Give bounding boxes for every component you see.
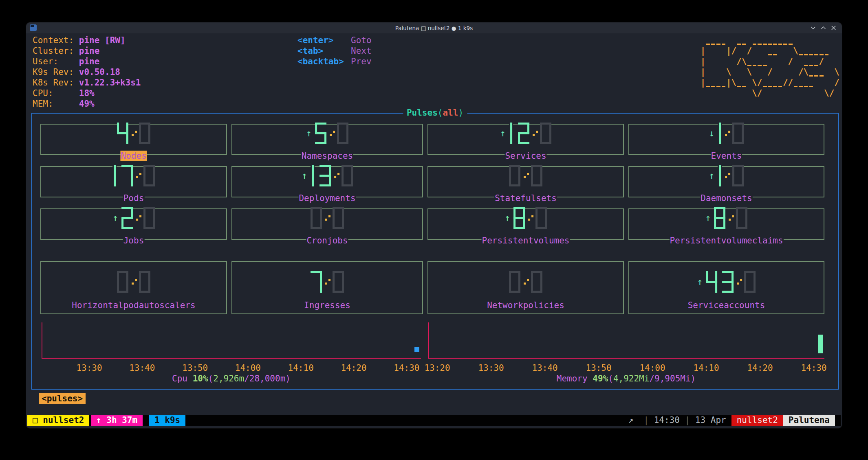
- gauge-dots: [325, 215, 330, 221]
- pulse-cell-statefulsets[interactable]: Statefulsets: [427, 166, 624, 197]
- pulse-cell-networkpolicies[interactable]: Networkpolicies: [427, 261, 624, 314]
- trend-up-icon: ↑: [504, 213, 510, 223]
- memory-chart-tick: 14:30: [801, 363, 826, 373]
- pulse-cell-services[interactable]: Services↑: [427, 124, 624, 155]
- seven-seg-digit: [333, 271, 344, 293]
- key-hint: <tab>Next: [297, 46, 372, 56]
- gauge-dots: [334, 173, 339, 178]
- gauge-dots: [136, 173, 141, 178]
- memory-chart-tick: 13:50: [586, 363, 611, 373]
- seven-seg-digit: [139, 271, 150, 293]
- tmux-window-badge[interactable]: 1 k9s: [149, 415, 185, 426]
- cluster-info-row: Cluster: pine: [33, 46, 99, 56]
- trend-up-icon: ↑: [302, 171, 307, 180]
- seven-seg-digit: [315, 123, 326, 144]
- seven-seg-digit: [535, 207, 547, 229]
- seven-seg-digit: [143, 165, 155, 186]
- gauge-dots: [533, 131, 538, 136]
- seven-seg-digit: [117, 271, 128, 293]
- pulse-cell-serviceaccounts[interactable]: Serviceaccounts↑: [628, 261, 824, 314]
- seven-seg-digit: [513, 207, 525, 229]
- trend-up-icon: ↑: [500, 129, 506, 138]
- seven-seg-digit: [117, 123, 128, 144]
- cpu-chart-tick: 14:10: [288, 363, 314, 373]
- pulse-cell-label: Namespaces: [301, 151, 353, 161]
- pulses-panel: Pulses(all) NodesNamespaces↑Services↑Eve…: [31, 113, 839, 390]
- pulse-cell-jobs[interactable]: Jobs↑: [40, 208, 227, 240]
- seven-seg-digit: [337, 123, 348, 144]
- key-hint: <backtab>Prev: [297, 56, 372, 67]
- network-icon: ↗: [628, 415, 633, 426]
- trend-up-icon: ↑: [705, 213, 711, 223]
- pulse-cell-persistentvolumes[interactable]: Persistentvolumes↑: [427, 208, 624, 240]
- pulse-cell-label: Serviceaccounts: [687, 300, 766, 311]
- gauge-dots: [524, 173, 529, 178]
- cluster-info-row: MEM: 49%: [33, 99, 95, 109]
- seven-seg-digit: [509, 271, 520, 293]
- seven-seg-digit: [319, 165, 331, 186]
- maximize-icon[interactable]: [820, 25, 826, 31]
- pulse-cell-pods[interactable]: Pods: [40, 166, 227, 197]
- seven-seg-digit: [509, 123, 513, 144]
- k9s-logo: | |/ / \| /\ / /| \ \ / /\ \||\ \/// / \…: [701, 35, 839, 99]
- window-title: Palutena □ nullset2 ● 1 k9s: [26, 22, 842, 33]
- seven-seg-digit: [518, 123, 529, 144]
- memory-chart-x-axis: [428, 358, 824, 359]
- trend-up-icon: ↑: [697, 277, 703, 287]
- trend-up-icon: ↑: [306, 129, 312, 138]
- breadcrumb-pulses[interactable]: <pulses>: [39, 393, 86, 404]
- gauge-dots: [325, 279, 330, 285]
- pulse-cell-namespaces[interactable]: Namespaces↑: [231, 124, 423, 155]
- close-icon[interactable]: [831, 25, 837, 31]
- cpu-chart-x-axis: [42, 358, 421, 359]
- chart-used: 2,926m: [213, 374, 244, 383]
- pulse-cell-label: Daemonsets: [700, 193, 752, 204]
- trend-up-icon: ↑: [709, 171, 715, 180]
- seven-seg-digit: [736, 207, 747, 229]
- cpu-chart-tick: 14:20: [341, 363, 366, 373]
- pulse-gauge: ↑: [112, 207, 155, 229]
- cluster-info-row: K9s Rev: v0.50.18: [33, 67, 120, 77]
- uptime-badge[interactable]: ↑ 3h 37m: [91, 415, 143, 426]
- minimize-icon[interactable]: [810, 25, 816, 31]
- seven-seg-digit: [112, 165, 117, 186]
- pulse-gauge: ↑: [504, 207, 547, 229]
- cpu-chart-tick: 13:40: [129, 363, 155, 373]
- gauge-dots: [737, 279, 742, 285]
- pulse-gauge: [311, 207, 344, 229]
- pulse-cell-horizontalpodautoscalers[interactable]: Horizontalpodautoscalers: [40, 261, 227, 314]
- pulse-gauge: ↑: [705, 207, 748, 229]
- memory-chart-tick: 13:40: [532, 363, 557, 373]
- pulse-gauge: ↑: [302, 165, 353, 186]
- host-session-badge[interactable]: nullset2: [731, 415, 783, 426]
- tmux-session-badge[interactable]: □ nullset2: [27, 415, 89, 426]
- date-label: 13 Apr: [695, 415, 726, 426]
- terminal-content: Context: pine [RW]Cluster: pineUser: pin…: [27, 33, 841, 427]
- pulse-cell-label: Pods: [123, 193, 145, 204]
- seven-seg-digit: [718, 165, 722, 186]
- pulse-cell-label: Horizontalpodautoscalers: [71, 300, 196, 311]
- pulse-cell-nodes[interactable]: Nodes: [40, 124, 227, 155]
- pulse-cell-deployments[interactable]: Deployments↑: [231, 166, 423, 197]
- tmux-statusbar: □ nullset2↑ 3h 37m1 k9s↗ | 14:30 | 13 Ap…: [27, 415, 841, 426]
- gauge-dots: [729, 215, 734, 221]
- pulse-cell-events[interactable]: Events↓: [628, 124, 824, 155]
- pulse-gauge: [509, 271, 542, 293]
- pulse-cell-cronjobs[interactable]: Cronjobs: [231, 208, 423, 240]
- seven-seg-digit: [540, 123, 551, 144]
- memory-chart-tick: 13:20: [424, 363, 450, 373]
- seven-seg-digit: [341, 165, 353, 186]
- seven-seg-digit: [333, 207, 344, 229]
- gauge-dots: [725, 131, 730, 136]
- cluster-info-row: CPU: 18%: [33, 88, 95, 99]
- pulse-gauge: ↑: [306, 123, 348, 144]
- statusbar-right: ↗ | 14:30 | 13 Aprnullset2Palutena: [628, 415, 841, 426]
- chart-total: /28,000m): [244, 374, 291, 383]
- pulse-cell-daemonsets[interactable]: Daemonsets↑: [628, 166, 824, 197]
- hostname-badge[interactable]: Palutena: [783, 415, 835, 426]
- seven-seg-digit: [531, 165, 542, 186]
- window-titlebar[interactable]: Palutena □ nullset2 ● 1 k9s: [26, 22, 842, 33]
- pulse-cell-ingresses[interactable]: Ingresses: [231, 261, 423, 314]
- chart-metric-label: Cpu: [172, 374, 187, 383]
- pulse-cell-persistentvolumeclaims[interactable]: Persistentvolumeclaims↑: [628, 208, 824, 240]
